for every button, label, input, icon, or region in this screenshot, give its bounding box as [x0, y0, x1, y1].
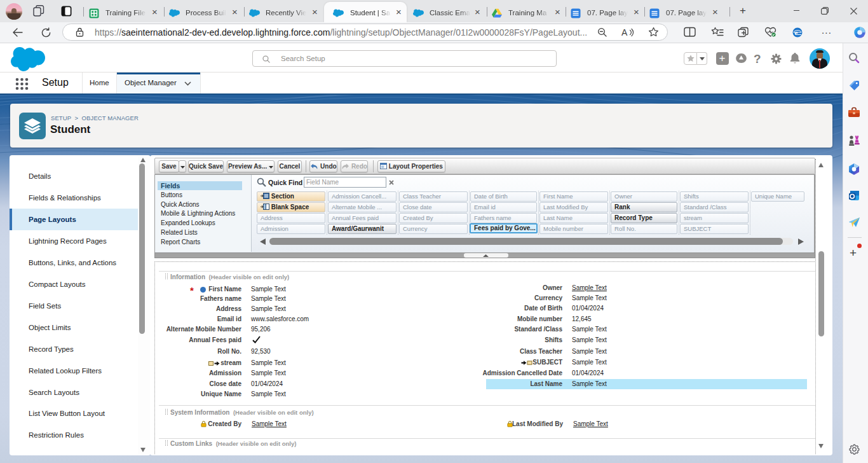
svg-text:A: A [621, 27, 628, 38]
svg-text:e: e [795, 29, 798, 36]
